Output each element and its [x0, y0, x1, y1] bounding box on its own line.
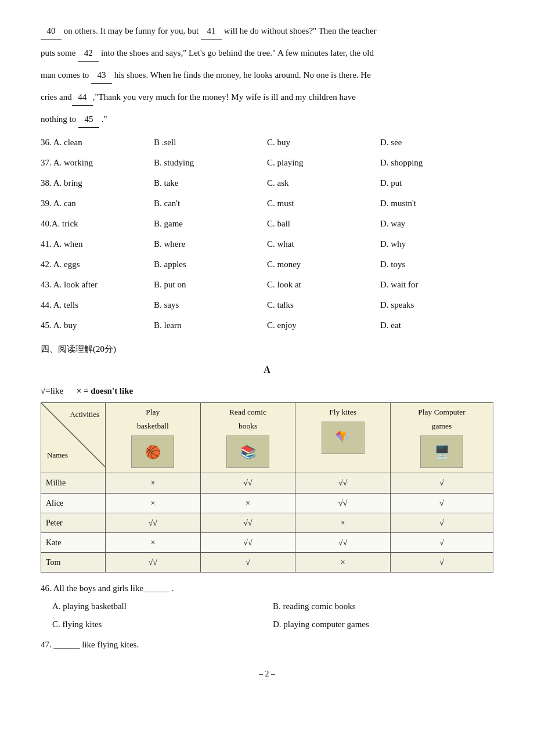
cell-peter-1: √√ — [200, 513, 295, 532]
col-header-computer: Play Computergames 🖥️ — [391, 402, 493, 473]
blank-40: 40 — [41, 23, 62, 39]
cell-tom-0: √√ — [106, 553, 201, 573]
cell-tom-2: × — [295, 553, 391, 573]
cell-kate-1: √√ — [200, 532, 295, 552]
activity-table: Activities Names Playbasketball 🏀 Read c… — [41, 402, 493, 573]
mcq-row-41: 41. A. when B. where C. what D. why — [41, 235, 493, 253]
passage-part1b: will he do without shoes?" Then the teac… — [224, 26, 377, 35]
basketball-image: 🏀 — [131, 435, 174, 468]
question-47: 47. ______ like flying kites. — [41, 637, 493, 653]
comics-image: 📚 — [226, 435, 269, 468]
col-label-kites: Fly kites — [300, 405, 385, 419]
col-label-basketball: Playbasketball — [110, 405, 196, 434]
mcq-row-38: 38. A. bring B. take C. ask D. put — [41, 174, 493, 192]
names-label: Names — [47, 448, 68, 462]
passage-line1: on others. It may be funny for you, but — [64, 26, 199, 35]
mcq-44-a: 44. A. tells — [41, 296, 154, 314]
mcq-40-c: C. ball — [267, 215, 380, 233]
cell-millie-1: √√ — [200, 473, 295, 493]
mcq-41-a: 41. A. when — [41, 235, 154, 253]
passage-line2: puts some 42 into the shoes and says," L… — [41, 45, 493, 62]
reading-label: A — [41, 362, 493, 379]
cell-tom-3: √ — [391, 553, 493, 573]
passage-line3a: man comes to — [41, 70, 89, 80]
mcq-36-d: D. see — [380, 134, 493, 152]
mcq-42-b: B. apples — [154, 255, 267, 273]
cell-millie-2: √√ — [295, 473, 391, 493]
q46-c: C. flying kites — [52, 615, 273, 633]
mcq-45-d: D. eat — [380, 316, 493, 334]
mcq-37-d: D. shopping — [380, 154, 493, 172]
row-name-peter: Peter — [41, 513, 106, 532]
blank-42: 42 — [78, 45, 99, 62]
mcq-row-36: 36. A. clean B .sell C. buy D. see — [41, 134, 493, 152]
activities-label: Activities — [70, 408, 99, 421]
cell-alice-2: √√ — [295, 493, 391, 513]
mcq-42-a: 42. A. eggs — [41, 255, 154, 273]
mcq-row-37: 37. A. working B. studying C. playing D.… — [41, 154, 493, 172]
cell-alice-0: × — [106, 493, 201, 513]
q47-text: 47. ______ like flying kites. — [41, 640, 139, 649]
mcq-41-c: C. what — [267, 235, 380, 253]
mcq-41-b: B. where — [154, 235, 267, 253]
blank-41: 41 — [201, 23, 222, 39]
q46-suffix: . — [172, 584, 174, 593]
mcq-39-b: B. can't — [154, 195, 267, 213]
mcq-42-c: C. money — [267, 255, 380, 273]
mcq-38-c: C. ask — [267, 174, 380, 192]
cell-peter-3: √ — [391, 513, 493, 532]
blank-43: 43 — [91, 67, 112, 84]
blank-45: 45 — [78, 111, 99, 128]
table-row: Peter√√√√×√ — [41, 513, 493, 532]
mcq-44-c: C. talks — [267, 296, 380, 314]
mcq-39-c: C. must — [267, 195, 380, 213]
mcq-section: 36. A. clean B .sell C. buy D. see 37. A… — [41, 134, 493, 334]
mcq-37-c: C. playing — [267, 154, 380, 172]
col-label-computer: Play Computergames — [395, 405, 488, 434]
mcq-42-d: D. toys — [380, 255, 493, 273]
cell-alice-3: √ — [391, 493, 493, 513]
col-label-comics: Read comicbooks — [205, 405, 291, 434]
mcq-row-40: 40.A. trick B. game C. ball D. way — [41, 215, 493, 233]
mcq-44-d: D. speaks — [380, 296, 493, 314]
mcq-41-d: D. why — [380, 235, 493, 253]
cell-millie-3: √ — [391, 473, 493, 493]
cell-alice-1: × — [200, 493, 295, 513]
q46-a: A. playing basketball — [52, 597, 273, 615]
mcq-36-c: C. buy — [267, 134, 380, 152]
mcq-36-b: B .sell — [154, 134, 267, 152]
table-row: Kate×√√√√√ — [41, 532, 493, 552]
mcq-36-num: 36. A. clean — [41, 134, 154, 152]
passage-block: 40 on others. It may be funny for you, b… — [41, 23, 493, 39]
mcq-40-a: 40.A. trick — [41, 215, 154, 233]
mcq-40-d: D. way — [380, 215, 493, 233]
mcq-43-a: 43. A. look after — [41, 276, 154, 294]
passage-line3: man comes to 43 his shoes. When he finds… — [41, 67, 493, 84]
page-number: – 2 – — [41, 667, 493, 681]
cell-millie-0: × — [106, 473, 201, 493]
table-row: Millie×√√√√√ — [41, 473, 493, 493]
mcq-44-b: B. says — [154, 296, 267, 314]
mcq-45-c: C. enjoy — [267, 316, 380, 334]
q46-b: B. reading comic books — [273, 597, 493, 615]
mcq-39-a: 39. A. can — [41, 195, 154, 213]
passage-line3b: his shoes. When he finds the money, he l… — [114, 70, 371, 80]
passage-line2b: into the shoes and says," Let's go behin… — [101, 48, 374, 57]
mcq-37-a: 37. A. working — [41, 154, 154, 172]
mcq-row-42: 42. A. eggs B. apples C. money D. toys — [41, 255, 493, 273]
col-header-comics: Read comicbooks 📚 — [200, 402, 295, 473]
table-row: Alice××√√√ — [41, 493, 493, 513]
blank-44: 44 — [72, 89, 93, 106]
mcq-43-c: C. look at — [267, 276, 380, 294]
question-46: 46. All the boys and girls like______ . … — [41, 581, 493, 633]
q46-choices: A. playing basketball B. reading comic b… — [52, 597, 493, 633]
row-name-kate: Kate — [41, 532, 106, 552]
table-row: Tom√√√×√ — [41, 553, 493, 573]
passage-line4b: ,"Thank you very much for the money! My … — [93, 92, 356, 102]
mcq-43-b: B. put on — [154, 276, 267, 294]
mcq-38-a: 38. A. bring — [41, 174, 154, 192]
mcq-row-45: 45. A. buy B. learn C. enjoy D. eat — [41, 316, 493, 334]
passage-line4: cries and44,"Thank you very much for the… — [41, 89, 493, 106]
section-title: 四、阅读理解(20分) — [41, 341, 493, 357]
passage-line2a: puts some — [41, 48, 75, 57]
